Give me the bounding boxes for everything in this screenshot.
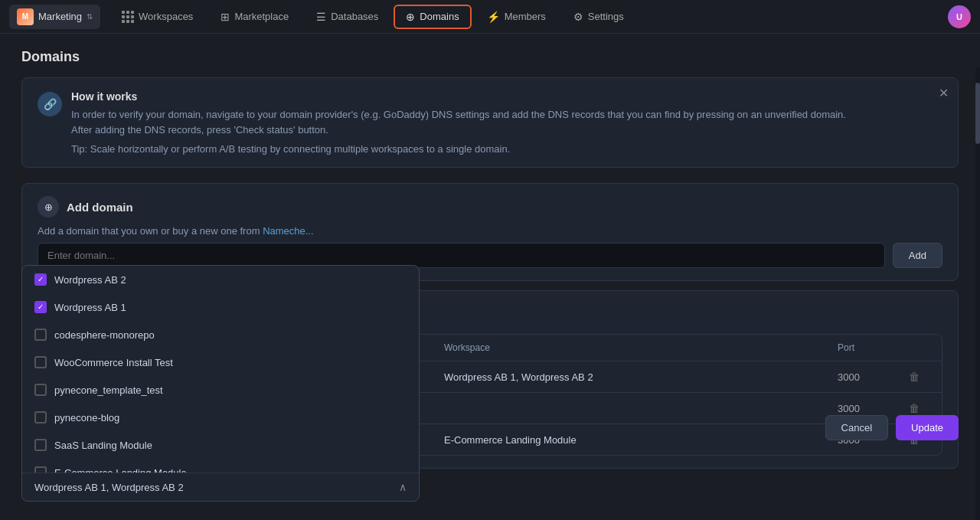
dropdown-item-label: Wordpress AB 1: [54, 302, 126, 313]
dropdown-item[interactable]: codesphere-monorepo: [22, 321, 419, 348]
tab-databases[interactable]: ☰ Databases: [304, 5, 390, 29]
add-domain-description: Add a domain that you own or buy a new o…: [38, 225, 942, 237]
dropdown-item[interactable]: pynecone_template_test: [22, 376, 419, 404]
members-icon: ⚡: [487, 11, 500, 23]
workspace-avatar: M: [17, 8, 34, 25]
dropdown-item-label: WooCommerce Install Test: [54, 357, 173, 368]
user-avatar[interactable]: U: [948, 5, 971, 28]
dropdown-item-label: SaaS Landing Module: [54, 440, 152, 451]
action-row: Cancel Update: [825, 415, 959, 440]
add-domain-icon: ⊕: [38, 196, 59, 217]
col-workspace: Workspace: [444, 342, 838, 353]
tab-members[interactable]: ⚡ Members: [475, 5, 558, 29]
workspace-cell-0: Wordpress AB 1, Wordpress AB 2: [444, 371, 838, 383]
tab-marketplace-label: Marketplace: [234, 11, 289, 22]
workspace-switcher[interactable]: M Marketing ⇅: [9, 5, 100, 29]
tab-domains[interactable]: ⊕ Domains: [394, 5, 471, 29]
info-banner-line2: After adding the DNS records, press 'Che…: [71, 123, 846, 138]
topbar: M Marketing ⇅ Workspaces ⊞ Marketplace ☰…: [0, 0, 980, 34]
delete-button-0[interactable]: 🗑: [899, 371, 929, 383]
info-banner-line1: In order to verify your domain, navigate…: [71, 107, 846, 123]
dropdown-selected-text: Wordpress AB 1, Wordpress AB 2: [34, 482, 399, 493]
port-cell-1: 3000: [838, 403, 899, 414]
workspace-dropdown-list[interactable]: Wordpress AB 2Wordpress AB 1codesphere-m…: [22, 266, 419, 473]
tab-workspaces[interactable]: Workspaces: [109, 5, 205, 29]
dropdown-item-label: codesphere-monorepo: [54, 329, 155, 341]
page-title: Domains: [21, 49, 959, 65]
tab-marketplace[interactable]: ⊞ Marketplace: [208, 5, 301, 29]
dropdown-checkbox[interactable]: [34, 301, 47, 313]
tab-members-label: Members: [505, 11, 546, 22]
workspace-dropdown-panel: Wordpress AB 2Wordpress AB 1codesphere-m…: [21, 265, 420, 502]
settings-icon: ⚙: [573, 11, 583, 23]
domains-icon: ⊕: [406, 11, 415, 23]
nameche-link[interactable]: Nameche...: [263, 225, 313, 237]
chevron-up-icon[interactable]: ∧: [399, 481, 407, 493]
page-content: Domains 🔗 How it works In order to verif…: [0, 34, 980, 520]
scrollbar-track: [975, 67, 980, 520]
info-banner-title: How it works: [71, 90, 846, 103]
tab-settings-label: Settings: [588, 11, 624, 22]
dropdown-item[interactable]: pynecone-blog: [22, 404, 419, 431]
dropdown-item[interactable]: Wordpress AB 2: [22, 266, 419, 293]
dropdown-checkbox[interactable]: [34, 356, 47, 368]
dropdown-checkbox[interactable]: [34, 384, 47, 396]
update-button[interactable]: Update: [896, 415, 959, 440]
dropdown-checkbox[interactable]: [34, 466, 47, 473]
dropdown-item[interactable]: Wordpress AB 1: [22, 293, 419, 321]
dropdown-checkbox[interactable]: [34, 411, 47, 424]
dropdown-item-label: Wordpress AB 2: [54, 274, 126, 286]
dropdown-footer: Wordpress AB 1, Wordpress AB 2 ∧: [22, 473, 419, 501]
workspace-cell-2: E-Commerce Landing Module: [444, 434, 838, 446]
tab-settings[interactable]: ⚙ Settings: [561, 5, 636, 29]
add-domain-button[interactable]: Add: [893, 243, 942, 268]
scrollbar-thumb[interactable]: [975, 83, 980, 144]
dropdown-item[interactable]: SaaS Landing Module: [22, 431, 419, 459]
port-cell-0: 3000: [838, 371, 899, 383]
add-domain-title: Add domain: [67, 201, 133, 214]
dropdown-checkbox[interactable]: [34, 329, 47, 341]
cancel-button[interactable]: Cancel: [825, 415, 888, 440]
col-port: Port: [838, 342, 899, 353]
dropdown-item[interactable]: WooCommerce Install Test: [22, 348, 419, 376]
dropdown-checkbox[interactable]: [34, 439, 47, 451]
dropdown-item-label: E-Commerce Landing Module: [54, 467, 187, 473]
delete-button-1[interactable]: 🗑: [899, 402, 929, 414]
databases-icon: ☰: [316, 11, 326, 23]
add-domain-header: ⊕ Add domain: [38, 196, 942, 217]
dropdown-item-label: pynecone_template_test: [54, 384, 163, 396]
dropdown-item[interactable]: E-Commerce Landing Module: [22, 459, 419, 473]
tab-databases-label: Databases: [331, 11, 378, 22]
dropdown-checkbox[interactable]: [34, 273, 47, 286]
info-content: How it works In order to verify your dom…: [71, 90, 846, 155]
workspace-name: Marketing: [38, 11, 82, 22]
dropdown-item-label: pynecone-blog: [54, 412, 119, 424]
workspace-chevron-icon: ⇅: [87, 12, 93, 21]
grid-icon: [122, 11, 134, 23]
tab-domains-label: Domains: [420, 11, 459, 22]
marketplace-icon: ⊞: [220, 11, 230, 23]
close-info-banner-button[interactable]: ✕: [939, 87, 949, 100]
info-banner: 🔗 How it works In order to verify your d…: [21, 77, 959, 168]
info-icon: 🔗: [38, 92, 62, 116]
tab-workspaces-label: Workspaces: [139, 11, 193, 22]
info-banner-tip: Tip: Scale horizontally or perform A/B t…: [71, 143, 846, 155]
col-actions: [899, 342, 929, 353]
nav-tabs: Workspaces ⊞ Marketplace ☰ Databases ⊕ D…: [109, 5, 948, 29]
